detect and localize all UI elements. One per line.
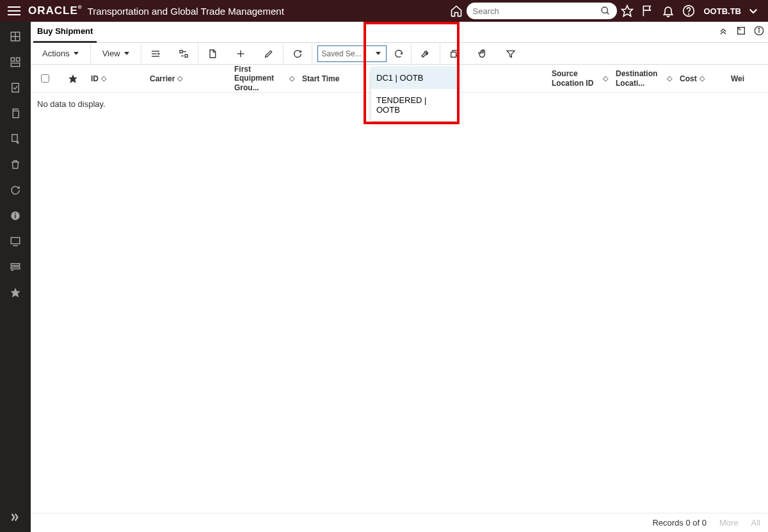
rail-copy-icon[interactable] <box>10 108 21 119</box>
chevron-down-icon <box>74 52 79 55</box>
toolbar: Actions View Saved Se... <box>31 43 768 65</box>
col-sourceloc[interactable]: Source Location ID◇ <box>548 69 612 88</box>
hand-icon[interactable] <box>468 43 497 65</box>
go-icon[interactable] <box>392 43 406 65</box>
svg-point-4 <box>688 14 689 15</box>
chevron-down-icon <box>376 52 381 55</box>
col-sourceloc-label: Source Location ID <box>552 69 600 88</box>
brand-logo: ORACLE® <box>28 4 83 17</box>
bell-icon[interactable] <box>662 4 675 17</box>
top-bar: ORACLE® Transportation and Global Trade … <box>0 0 768 22</box>
help-icon[interactable] <box>682 4 695 17</box>
saved-search-select[interactable]: Saved Se... <box>317 45 387 62</box>
svg-rect-11 <box>12 83 19 92</box>
col-starttime-label: Start Time <box>302 74 339 83</box>
filter-icon[interactable] <box>497 43 525 65</box>
col-weight-label: Wei <box>731 74 744 83</box>
sort-icon: ◇ <box>177 74 182 83</box>
svg-point-27 <box>758 28 759 29</box>
svg-rect-32 <box>185 54 188 57</box>
search-input[interactable] <box>473 6 600 16</box>
actions-menu[interactable]: Actions <box>31 43 90 65</box>
flag-icon[interactable] <box>641 4 654 17</box>
rail-list-icon[interactable] <box>10 261 21 273</box>
collapse-icon[interactable] <box>718 26 728 36</box>
svg-rect-20 <box>11 267 20 269</box>
app-title: Transportation and Global Trade Manageme… <box>88 6 284 17</box>
col-carrier[interactable]: Carrier◇ <box>146 74 230 83</box>
col-equipment[interactable]: First Equipment Grou...◇ <box>230 65 298 92</box>
favorite-icon[interactable] <box>621 4 634 17</box>
svg-rect-35 <box>451 52 456 57</box>
all-link[interactable]: All <box>751 518 760 528</box>
rail-layout-icon[interactable] <box>10 56 21 68</box>
new-doc-icon[interactable] <box>198 43 227 65</box>
svg-rect-9 <box>17 58 20 61</box>
svg-point-16 <box>15 213 16 214</box>
svg-line-1 <box>607 12 609 14</box>
more-link[interactable]: More <box>719 518 739 528</box>
popout-icon[interactable] <box>736 26 746 36</box>
col-destloc-label: Destination Locati... <box>616 69 664 88</box>
col-destloc[interactable]: Destination Locati...◇ <box>612 69 676 88</box>
sort-icon: ◇ <box>289 74 294 83</box>
view-menu[interactable]: View <box>91 43 141 65</box>
user-label[interactable]: OOTB.TB <box>704 6 742 16</box>
svg-rect-31 <box>180 50 182 52</box>
content-area: Buy Shipment Actions View Saved S <box>31 22 768 532</box>
svg-marker-37 <box>68 74 77 83</box>
saved-search-dropdown: DC1 | OOTB TENDERED | OOTB <box>371 67 457 121</box>
sort-icon: ◇ <box>101 74 106 83</box>
view-label: View <box>102 49 120 58</box>
page-tab-row: Buy Shipment <box>31 22 768 43</box>
detach-icon[interactable] <box>440 43 468 65</box>
star-column-icon[interactable] <box>68 74 78 84</box>
page-tab-buy-shipment[interactable]: Buy Shipment <box>33 21 97 43</box>
search-box[interactable] <box>467 3 617 19</box>
col-carrier-label: Carrier <box>150 74 175 83</box>
format-icon[interactable] <box>141 43 170 65</box>
svg-rect-13 <box>12 134 17 141</box>
actions-label: Actions <box>42 49 70 58</box>
rail-doc-check-icon[interactable] <box>10 82 21 93</box>
refresh-icon[interactable] <box>284 43 312 65</box>
rail-star-icon[interactable] <box>10 287 21 298</box>
col-cost[interactable]: Cost◇ <box>676 74 727 83</box>
chevron-down-icon <box>124 52 129 55</box>
col-id[interactable]: ID◇ <box>87 74 146 83</box>
rail-doc-arrow-icon[interactable] <box>10 133 21 145</box>
wrap-icon[interactable] <box>170 43 198 65</box>
dropdown-item[interactable]: DC1 | OOTB <box>371 67 457 89</box>
add-icon[interactable] <box>227 43 255 65</box>
menu-icon[interactable] <box>5 4 23 18</box>
rail-expand-icon[interactable] <box>8 512 22 523</box>
wrench-icon[interactable] <box>412 43 440 65</box>
no-data-text: No data to display. <box>37 99 106 109</box>
svg-line-24 <box>738 28 741 31</box>
select-all-checkbox[interactable] <box>41 74 49 83</box>
edit-icon[interactable] <box>255 43 283 65</box>
rail-refresh-icon[interactable] <box>10 184 21 196</box>
dropdown-item[interactable]: TENDERED | OOTB <box>371 89 457 121</box>
rail-info-icon[interactable] <box>10 210 21 222</box>
side-rail <box>0 22 31 532</box>
search-icon[interactable] <box>600 6 611 16</box>
rail-monitor-icon[interactable] <box>10 236 21 247</box>
rail-trash-icon[interactable] <box>10 159 21 170</box>
info-header-icon[interactable] <box>754 26 764 36</box>
svg-rect-15 <box>15 215 16 218</box>
col-equipment-label: First Equipment Grou... <box>234 65 287 92</box>
col-cost-label: Cost <box>680 74 697 83</box>
svg-point-0 <box>602 7 607 13</box>
brand-text: ORACLE <box>28 4 78 17</box>
col-weight[interactable]: Wei <box>727 74 759 83</box>
record-count: Records 0 of 0 <box>652 518 707 528</box>
home-icon[interactable] <box>450 4 463 17</box>
svg-rect-12 <box>13 111 19 118</box>
svg-marker-36 <box>507 51 515 57</box>
rail-grid-icon[interactable] <box>10 31 21 42</box>
user-chevron-icon[interactable] <box>748 5 759 17</box>
sort-icon: ◇ <box>667 74 672 83</box>
sort-icon: ◇ <box>603 74 608 83</box>
sort-icon: ◇ <box>700 74 705 83</box>
